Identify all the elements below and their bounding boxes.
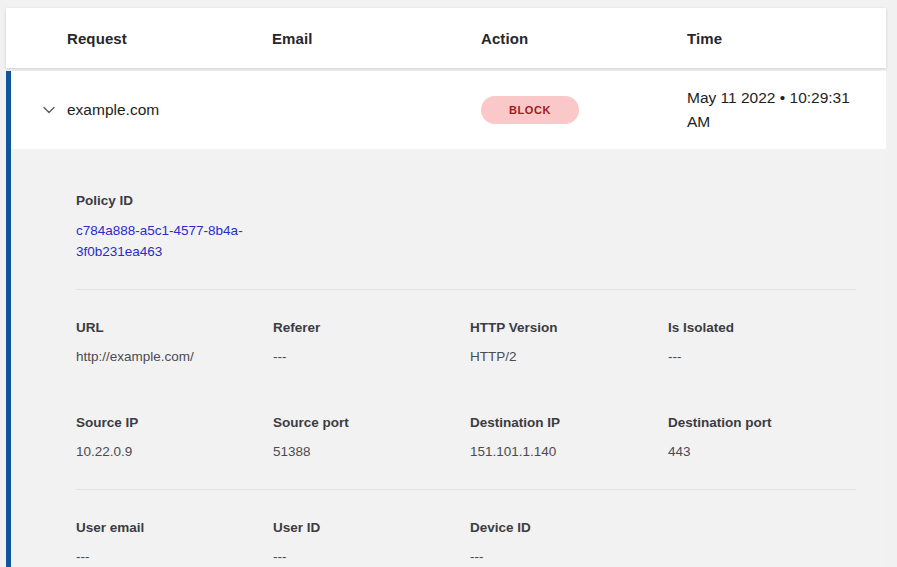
field-value: ---	[273, 347, 470, 367]
field-label: URL	[76, 318, 273, 338]
field-label: Policy ID	[76, 191, 866, 211]
field-http-version: HTTP Version HTTP/2	[470, 318, 668, 367]
field-label: Is Isolated	[668, 318, 866, 338]
field-value: ---	[76, 547, 273, 567]
field-value: 151.101.1.140	[470, 442, 668, 462]
field-source-port: Source port 51388	[273, 413, 470, 462]
column-header-time: Time	[687, 30, 886, 47]
field-label: Device ID	[470, 518, 668, 538]
field-label: HTTP Version	[470, 318, 668, 338]
field-url: URL http://example.com/	[76, 318, 273, 367]
field-destination-ip: Destination IP 151.101.1.140	[470, 413, 668, 462]
field-destination-port: Destination port 443	[668, 413, 866, 462]
field-source-ip: Source IP 10.22.0.9	[76, 413, 273, 462]
detail-fields-row: Source IP 10.22.0.9 Source port 51388 De…	[76, 413, 866, 462]
field-referer: Referer ---	[273, 318, 470, 367]
detail-fields-row: URL http://example.com/ Referer --- HTTP…	[76, 318, 866, 367]
row-action-cell: BLOCK	[481, 96, 579, 124]
field-label: Source IP	[76, 413, 273, 433]
row-time-value: May 11 2022 • 10:29:31 AM	[687, 86, 886, 134]
field-value: HTTP/2	[470, 347, 668, 367]
detail-fields-row: User email --- User ID --- Device ID ---	[76, 518, 866, 567]
field-is-isolated: Is Isolated ---	[668, 318, 866, 367]
table-header: Request Email Action Time	[6, 8, 886, 68]
row-request-value: example.com	[67, 101, 272, 119]
field-value: ---	[470, 547, 668, 567]
field-value: 51388	[273, 442, 470, 462]
section-divider	[76, 289, 856, 290]
field-value: 10.22.0.9	[76, 442, 273, 462]
field-policy-id: Policy ID c784a888-a5c1-4577-8b4a-3f0b23…	[76, 191, 866, 262]
field-value: http://example.com/	[76, 347, 273, 367]
field-value: ---	[273, 547, 470, 567]
field-user-email: User email ---	[76, 518, 273, 567]
log-table-row[interactable]: example.com BLOCK May 11 2022 • 10:29:31…	[6, 71, 886, 149]
field-device-id: Device ID ---	[470, 518, 668, 567]
field-label: Source port	[273, 413, 470, 433]
column-header-email: Email	[272, 30, 481, 47]
fields-row-spacer	[668, 518, 866, 567]
chevron-down-icon[interactable]	[41, 102, 57, 118]
section-divider	[76, 489, 856, 490]
log-detail-panel: Policy ID c784a888-a5c1-4577-8b4a-3f0b23…	[6, 149, 886, 567]
field-label: Referer	[273, 318, 470, 338]
column-header-action: Action	[481, 30, 687, 47]
block-status-badge: BLOCK	[481, 96, 579, 124]
field-label: User ID	[273, 518, 470, 538]
column-header-request: Request	[67, 30, 272, 47]
policy-id-link[interactable]: c784a888-a5c1-4577-8b4a-3f0b231ea463	[76, 220, 281, 262]
field-value: ---	[668, 347, 866, 367]
field-value: 443	[668, 442, 866, 462]
gateway-log-page: Request Email Action Time example.com BL…	[0, 0, 897, 567]
field-user-id: User ID ---	[273, 518, 470, 567]
field-label: Destination port	[668, 413, 866, 433]
field-label: Destination IP	[470, 413, 668, 433]
field-label: User email	[76, 518, 273, 538]
